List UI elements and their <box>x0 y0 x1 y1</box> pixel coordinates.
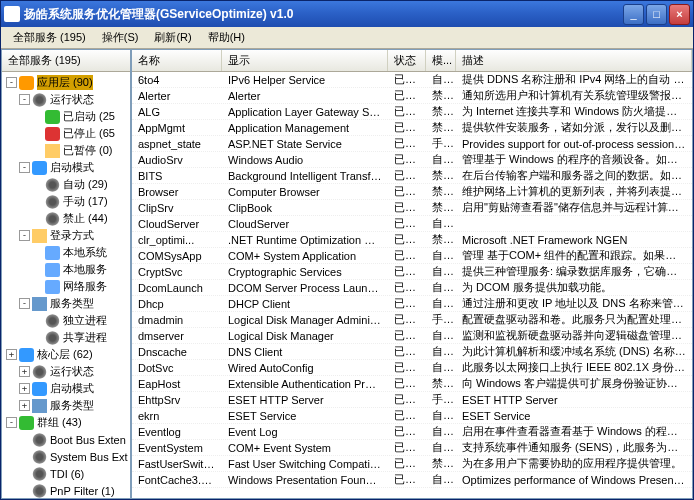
cell-display: IPv6 Helper Service <box>222 73 388 87</box>
maximize-button[interactable]: □ <box>646 4 667 25</box>
service-row[interactable]: FastUserSwitch...Fast User Switching Com… <box>132 456 692 472</box>
close-button[interactable]: × <box>669 4 690 25</box>
col-display-header[interactable]: 显示 <box>222 50 388 71</box>
node-label: 自动 (29) <box>63 177 108 192</box>
tree-node[interactable]: -服务类型 <box>4 295 128 312</box>
cell-desc: 维护网络上计算机的更新列表，并将列表提供给计算机指定浏览。 <box>456 183 692 200</box>
cell-desc: 提供 DDNS 名称注册和 IPv4 网络上的自动 IPv6 连接。如果此 <box>456 72 692 88</box>
tree-node[interactable]: -群组 (43) <box>4 414 128 431</box>
service-row[interactable]: CloudServerCloudServer已启动自动 <box>132 216 692 232</box>
tree-panel[interactable]: 全部服务 (195) -应用层 (90)-运行状态已启动 (25已停止 (65已… <box>1 49 131 499</box>
expand-icon[interactable]: + <box>6 349 17 360</box>
cell-name: Browser <box>132 185 222 199</box>
collapse-icon[interactable]: - <box>19 162 30 173</box>
cell-mode: 禁止 <box>426 103 456 120</box>
tree-node[interactable]: 已停止 (65 <box>4 125 128 142</box>
tree-node[interactable]: 本地服务 <box>4 261 128 278</box>
menu-item-3[interactable]: 帮助(H) <box>200 28 253 47</box>
cell-status: 已启动 <box>388 151 426 168</box>
service-row[interactable]: 6to4IPv6 Helper Service已启动自动提供 DDNS 名称注册… <box>132 72 692 88</box>
cell-display: DCOM Server Process Launcher <box>222 281 388 295</box>
menu-item-2[interactable]: 刷新(R) <box>146 28 199 47</box>
service-row[interactable]: dmserverLogical Disk Manager已启动自动监测和监视新硬… <box>132 328 692 344</box>
service-row[interactable]: DcomLaunchDCOM Server Process Launcher已启… <box>132 280 692 296</box>
cell-name: EventSystem <box>132 441 222 455</box>
expand-icon[interactable]: + <box>19 383 30 394</box>
collapse-icon[interactable]: - <box>6 77 17 88</box>
list-body[interactable]: 6to4IPv6 Helper Service已启动自动提供 DDNS 名称注册… <box>132 72 692 498</box>
menu-item-1[interactable]: 操作(S) <box>94 28 147 47</box>
service-row[interactable]: AudioSrvWindows Audio已启动自动管理基于 Windows 的… <box>132 152 692 168</box>
tree-node[interactable]: 自动 (29) <box>4 176 128 193</box>
service-row[interactable]: DotSvcWired AutoConfig已停止自动此服务以太网接口上执行 I… <box>132 360 692 376</box>
tree-node[interactable]: 禁止 (44) <box>4 210 128 227</box>
service-row[interactable]: ekrnESET Service已启动自动ESET Service <box>132 408 692 424</box>
service-row[interactable]: COMSysAppCOM+ System Application已停止自动管理 … <box>132 248 692 264</box>
collapse-icon[interactable]: - <box>19 230 30 241</box>
node-icon <box>45 263 60 277</box>
col-mode-header[interactable]: 模... <box>426 50 456 71</box>
cell-display: Computer Browser <box>222 185 388 199</box>
tree-node[interactable]: 网络服务 <box>4 278 128 295</box>
tree-node[interactable]: 已启动 (25 <box>4 108 128 125</box>
service-row[interactable]: aspnet_stateASP.NET State Service已停止手动Pr… <box>132 136 692 152</box>
service-row[interactable]: EventSystemCOM+ Event System已启动自动支持系统事件通… <box>132 440 692 456</box>
tree-node[interactable]: PnP Filter (1) <box>4 482 128 499</box>
service-row[interactable]: FontCache3.0.0...Windows Presentation Fo… <box>132 472 692 488</box>
service-row[interactable]: DnscacheDNS Client已启动自动为此计算机解析和缓冲域名系统 (D… <box>132 344 692 360</box>
cell-name: aspnet_state <box>132 137 222 151</box>
service-row[interactable]: DhcpDHCP Client已启动自动通过注册和更改 IP 地址以及 DNS … <box>132 296 692 312</box>
collapse-icon[interactable]: - <box>19 298 30 309</box>
cell-mode: 自动 <box>426 295 456 312</box>
tree-node[interactable]: +运行状态 <box>4 363 128 380</box>
tree-node[interactable]: 独立进程 <box>4 312 128 329</box>
tree-node[interactable]: +启动模式 <box>4 380 128 397</box>
window-controls: _ □ × <box>623 4 690 25</box>
tree-node[interactable]: 本地系统 <box>4 244 128 261</box>
service-row[interactable]: BITSBackground Intelligent Transfer S...… <box>132 168 692 184</box>
cell-desc: 启用在事件查看器查看基于 Windows 的程序和组件颁发的事件日 <box>456 423 692 440</box>
tree-node[interactable]: Boot Bus Exten <box>4 431 128 448</box>
node-label: System Bus Ext <box>50 451 128 463</box>
tree-node[interactable]: System Bus Ext <box>4 448 128 465</box>
cell-mode: 自动 <box>426 343 456 360</box>
node-label: 群组 (43) <box>37 415 82 430</box>
tree-node[interactable]: TDI (6) <box>4 465 128 482</box>
tree-node[interactable]: -登录方式 <box>4 227 128 244</box>
service-row[interactable]: ALGApplication Layer Gateway Service已停止禁… <box>132 104 692 120</box>
service-row[interactable]: EhttpSrvESET HTTP Server已停止手动ESET HTTP S… <box>132 392 692 408</box>
cell-status: 已停止 <box>388 247 426 264</box>
service-row[interactable]: ClipSrvClipBook已停止禁止启用"剪贴簿查看器"储存信息并与远程计算… <box>132 200 692 216</box>
service-row[interactable]: dmadminLogical Disk Manager Administrati… <box>132 312 692 328</box>
cell-status: 已启动 <box>388 439 426 456</box>
cell-desc: 管理 基于COM+ 组件的配置和跟踪。如果服务停止，大多数基于 C <box>456 247 692 264</box>
cell-name: AppMgmt <box>132 121 222 135</box>
service-row[interactable]: EventlogEvent Log已启动自动启用在事件查看器查看基于 Windo… <box>132 424 692 440</box>
tree-node[interactable]: 手动 (17) <box>4 193 128 210</box>
expand-icon[interactable]: + <box>19 366 30 377</box>
collapse-icon[interactable]: - <box>19 94 30 105</box>
service-row[interactable]: AppMgmtApplication Management已停止禁止提供软件安装… <box>132 120 692 136</box>
cell-mode: 自动 <box>426 423 456 440</box>
service-row[interactable]: CryptSvcCryptographic Services已启动自动提供三种管… <box>132 264 692 280</box>
tree-node[interactable]: -启动模式 <box>4 159 128 176</box>
tree-node[interactable]: -应用层 (90) <box>4 74 128 91</box>
tree-node[interactable]: +服务类型 <box>4 397 128 414</box>
col-name-header[interactable]: 名称 <box>132 50 222 71</box>
cell-display: Fast User Switching Compatibility <box>222 457 388 471</box>
col-desc-header[interactable]: 描述 <box>456 50 692 71</box>
tree-node[interactable]: +核心层 (62) <box>4 346 128 363</box>
tree-node[interactable]: 共享进程 <box>4 329 128 346</box>
collapse-icon[interactable]: - <box>6 417 17 428</box>
tree-node[interactable]: -运行状态 <box>4 91 128 108</box>
service-row[interactable]: clr_optimi....NET Runtime Optimization S… <box>132 232 692 248</box>
cell-display: Cryptographic Services <box>222 265 388 279</box>
service-row[interactable]: BrowserComputer Browser已停止禁止维护网络上计算机的更新列… <box>132 184 692 200</box>
menu-item-0[interactable]: 全部服务 (195) <box>5 28 94 47</box>
expand-icon[interactable]: + <box>19 400 30 411</box>
tree-node[interactable]: 已暂停 (0) <box>4 142 128 159</box>
col-status-header[interactable]: 状态 <box>388 50 426 71</box>
minimize-button[interactable]: _ <box>623 4 644 25</box>
service-row[interactable]: AlerterAlerter已停止禁止通知所选用户和计算机有关系统管理级警报。如… <box>132 88 692 104</box>
service-row[interactable]: EapHostExtensible Authentication Protoco… <box>132 376 692 392</box>
